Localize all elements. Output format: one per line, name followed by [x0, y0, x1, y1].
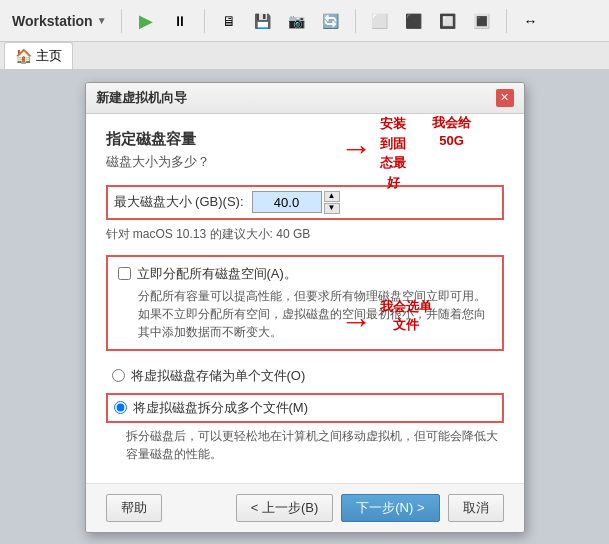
- tab-home-label: 主页: [36, 47, 62, 65]
- toolbar-btn-7[interactable]: 🔲: [434, 7, 462, 35]
- dialog-close-button[interactable]: ✕: [496, 89, 514, 107]
- toolbar-btn-1[interactable]: 🖥: [215, 7, 243, 35]
- main-area: 新建虚拟机向导 ✕ 指定磁盘容量 磁盘大小为多少？ 最大磁盘大小 (GB)(S)…: [0, 70, 609, 544]
- radio-single-label[interactable]: 将虚拟磁盘存储为单个文件(O): [131, 367, 306, 385]
- recommended-text: 针对 macOS 10.13 的建议大小: 40 GB: [106, 226, 504, 243]
- brand-dropdown-arrow: ▼: [97, 15, 107, 26]
- disk-size-label: 最大磁盘大小 (GB)(S):: [114, 193, 244, 211]
- play-button[interactable]: ▶: [132, 7, 160, 35]
- checkbox-desc: 分配所有容量可以提高性能，但要求所有物理磁盘空间立即可用。如果不立即分配所有空间…: [138, 287, 492, 341]
- disk-size-row: 最大磁盘大小 (GB)(S): ▲ ▼: [106, 185, 504, 220]
- tab-home[interactable]: 🏠 主页: [4, 42, 73, 69]
- home-icon: 🏠: [15, 48, 32, 64]
- toolbar-btn-6[interactable]: ⬛: [400, 7, 428, 35]
- separator-4: [506, 9, 507, 33]
- toolbar-btn-9[interactable]: ↔: [517, 7, 545, 35]
- separator-1: [121, 9, 122, 33]
- dialog-title: 新建虚拟机向导: [96, 89, 187, 107]
- next-button[interactable]: 下一步(N) >: [341, 494, 439, 522]
- toolbar-btn-8[interactable]: 🔳: [468, 7, 496, 35]
- dialog: 新建虚拟机向导 ✕ 指定磁盘容量 磁盘大小为多少？ 最大磁盘大小 (GB)(S)…: [85, 82, 525, 533]
- toolbar-btn-5[interactable]: ⬜: [366, 7, 394, 35]
- separator-2: [204, 9, 205, 33]
- spin-buttons: ▲ ▼: [324, 191, 340, 214]
- spin-up-button[interactable]: ▲: [324, 191, 340, 202]
- radio-multi-label[interactable]: 将虚拟磁盘拆分成多个文件(M): [133, 399, 309, 417]
- disk-size-input-group: ▲ ▼: [252, 191, 340, 214]
- checkbox-section: 立即分配所有磁盘空间(A)。 分配所有容量可以提高性能，但要求所有物理磁盘空间立…: [106, 255, 504, 351]
- disk-size-input[interactable]: [252, 191, 322, 213]
- pause-button[interactable]: ⏸: [166, 7, 194, 35]
- dialog-footer: 帮助 < 上一步(B) 下一步(N) > 取消: [86, 483, 524, 532]
- dialog-body: 指定磁盘容量 磁盘大小为多少？ 最大磁盘大小 (GB)(S): ▲ ▼ 针对 m…: [86, 114, 524, 483]
- cancel-button[interactable]: 取消: [448, 494, 504, 522]
- toolbar-btn-4[interactable]: 🔄: [317, 7, 345, 35]
- brand-button[interactable]: Workstation ▼: [8, 11, 111, 31]
- help-button[interactable]: 帮助: [106, 494, 162, 522]
- tabbar: 🏠 主页: [0, 42, 609, 70]
- radio-desc: 拆分磁盘后，可以更轻松地在计算机之间移动虚拟机，但可能会降低大容量磁盘的性能。: [126, 427, 504, 463]
- toolbar-btn-2[interactable]: 💾: [249, 7, 277, 35]
- section-subtitle: 磁盘大小为多少？: [106, 153, 504, 171]
- radio-multi-file[interactable]: [114, 401, 127, 414]
- brand-label: Workstation: [12, 13, 93, 29]
- toolbar: Workstation ▼ ▶ ⏸ 🖥 💾 📷 🔄 ⬜ ⬛ 🔲 🔳 ↔: [0, 0, 609, 42]
- back-button[interactable]: < 上一步(B): [236, 494, 334, 522]
- radio-row-2: 将虚拟磁盘拆分成多个文件(M): [106, 393, 504, 423]
- separator-3: [355, 9, 356, 33]
- footer-left: 帮助: [106, 494, 162, 522]
- radio-section: 将虚拟磁盘存储为单个文件(O) 将虚拟磁盘拆分成多个文件(M) 拆分磁盘后，可以…: [106, 363, 504, 463]
- checkbox-label[interactable]: 立即分配所有磁盘空间(A)。: [137, 265, 297, 283]
- footer-right: < 上一步(B) 下一步(N) > 取消: [236, 494, 504, 522]
- section-title: 指定磁盘容量: [106, 130, 504, 149]
- alloc-checkbox[interactable]: [118, 267, 131, 280]
- checkbox-row: 立即分配所有磁盘空间(A)。: [118, 265, 492, 283]
- radio-single-file[interactable]: [112, 369, 125, 382]
- toolbar-btn-3[interactable]: 📷: [283, 7, 311, 35]
- radio-row-1: 将虚拟磁盘存储为单个文件(O): [106, 363, 504, 389]
- spin-down-button[interactable]: ▼: [324, 203, 340, 214]
- dialog-titlebar: 新建虚拟机向导 ✕: [86, 83, 524, 114]
